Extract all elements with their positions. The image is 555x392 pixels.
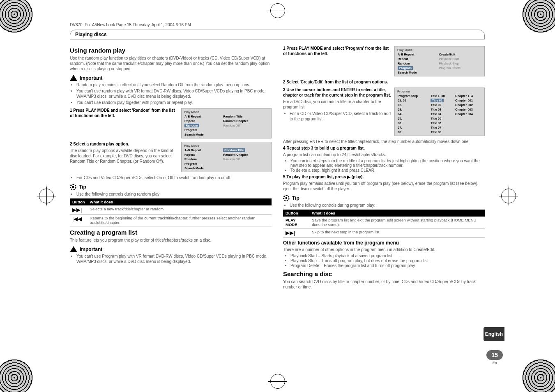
controls-table-right: ButtonWhat it does PLAY MODESave the pro… bbox=[283, 210, 485, 238]
r-step5-body: Program play remains active until you tu… bbox=[283, 181, 485, 191]
warning-icon bbox=[70, 246, 77, 252]
important-list: Random play remains in effect until you … bbox=[70, 82, 272, 105]
important-label: Important bbox=[80, 75, 102, 81]
tip-icon bbox=[283, 195, 290, 201]
step2-head: 2 Select a random play option. bbox=[70, 142, 129, 146]
step2-body: The random play options available depend… bbox=[70, 148, 178, 164]
r-step3-body: For a DVD disc, you can add a title or a… bbox=[283, 99, 391, 110]
tip-intro-r: Use the following controls during progra… bbox=[290, 203, 485, 208]
osd-program-1: Play Mode A-B RepeatCreate/Edit RepeatPl… bbox=[394, 46, 485, 76]
important-label-2: Important bbox=[80, 247, 102, 252]
other-functions-heading: Other functions available from the progr… bbox=[283, 240, 485, 246]
r-step4-body: A program list can contain up to 24 titl… bbox=[283, 152, 485, 157]
r-step2: 2 Select 'Create/Edit' from the list of … bbox=[283, 79, 485, 85]
osd-playmode-1: Play Mode A-B RepeatRandom Title RepeatR… bbox=[181, 108, 272, 138]
section-header: Playing discs bbox=[70, 30, 485, 39]
tip-intro: Use the following controls during random… bbox=[76, 191, 272, 197]
tip-label: Tip bbox=[79, 184, 86, 190]
heading-random: Using random play bbox=[70, 47, 272, 54]
manual-page: DV370_En_A5New.book Page 15 Thursday, Ap… bbox=[70, 23, 485, 370]
tip-icon bbox=[70, 184, 76, 190]
heading-search: Searching a disc bbox=[283, 270, 485, 277]
language-tab: English bbox=[484, 327, 504, 341]
program-intro: This feature lets you program the play o… bbox=[70, 238, 272, 243]
right-column: 1 Press PLAY MODE and select 'Program' f… bbox=[283, 44, 485, 291]
r-step1: 1 Press PLAY MODE and select 'Program' f… bbox=[283, 46, 391, 56]
other-intro: There are a number of other options in t… bbox=[283, 247, 485, 252]
left-column: Using random play Use the random play fu… bbox=[70, 44, 272, 291]
r-step3-bullet: For a CD or Video CD/Super VCD, select a… bbox=[290, 111, 391, 122]
heading-program: Creating a program list bbox=[70, 229, 272, 236]
important2-item: You can't use Program play with VR forma… bbox=[76, 254, 272, 264]
intro-text: Use the random play function to play tit… bbox=[70, 55, 272, 71]
warning-icon bbox=[70, 75, 77, 81]
tip-label-r: Tip bbox=[292, 195, 299, 201]
r-step3-head: 3 Use the cursor buttons and ENTER to se… bbox=[283, 87, 391, 98]
osd-program-list: Program Program StepTitle 1~38Chapter 1~… bbox=[394, 88, 485, 136]
controls-table-left: ButtonWhat it does ▶▶|Selects a new trac… bbox=[70, 198, 272, 226]
r-step5: 5 To play the program list, press ▶ (pla… bbox=[283, 174, 485, 180]
r-step4-head: 4 Repeat step 3 to build up a program li… bbox=[283, 145, 485, 151]
after-enter: After pressing ENTER to select the title… bbox=[283, 139, 485, 144]
book-header: DV370_En_A5New.book Page 15 Thursday, Ap… bbox=[70, 23, 485, 27]
page-number-badge: 15 En bbox=[486, 350, 503, 365]
osd-playmode-2: Play Mode A-B RepeatRandom Title RepeatR… bbox=[181, 142, 272, 172]
step2-bullet: For CDs and Video CD/Super VCDs, select … bbox=[76, 175, 272, 180]
search-body: You can search DVD discs by title or cha… bbox=[283, 279, 485, 290]
step1: 1 Press PLAY MODE and select 'Random' fr… bbox=[70, 108, 178, 118]
